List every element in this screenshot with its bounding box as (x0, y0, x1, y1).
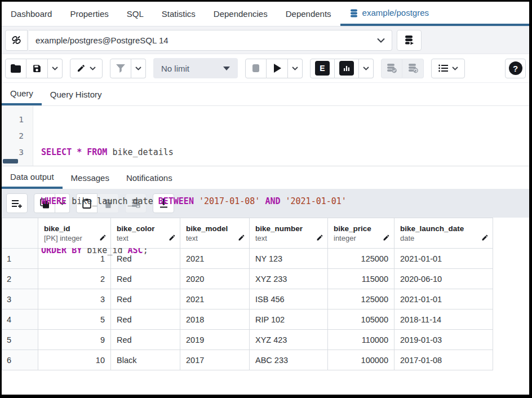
data-output-grid: bike_id [PK] integer bike_color text bik… (2, 218, 529, 395)
cell-bike-model[interactable]: 2017 (180, 350, 250, 370)
active-tab-label: example/postgres (362, 8, 429, 17)
table-row: 6 10 Black 2017 ABC 233 100000 2017-01-0… (2, 350, 493, 370)
cell-bike-launch-date[interactable]: 2017-01-08 (394, 350, 493, 370)
row-limit-select[interactable]: No limit (153, 58, 238, 78)
line-number: 1 (2, 112, 33, 128)
stop-icon (252, 64, 260, 73)
column-header-bike-model[interactable]: bike_model text (180, 218, 250, 249)
cell-bike-color[interactable]: Red (111, 309, 180, 330)
edit-dropdown[interactable] (70, 59, 103, 78)
editor-tab-bar: Query Query History (2, 83, 529, 106)
row-number-cell[interactable]: 4 (2, 309, 38, 330)
open-file-button[interactable] (5, 59, 26, 78)
explain-icon: E (315, 61, 330, 76)
sql-line-1: SELECT * FROM bike_details (41, 144, 347, 161)
chevron-down-icon (292, 67, 298, 70)
cell-bike-id[interactable]: 9 (38, 330, 111, 350)
tab-dashboard[interactable]: Dashboard (2, 2, 61, 26)
edit-pencil-icon (77, 64, 86, 73)
sql-code[interactable]: SELECT * FROM bike_details WHERE bike_la… (33, 106, 347, 166)
cell-bike-model[interactable]: 2018 (180, 309, 250, 330)
tab-dependencies[interactable]: Dependencies (205, 2, 277, 26)
tab-statistics[interactable]: Statistics (153, 2, 205, 26)
cell-bike-launch-date[interactable]: 2018-11-14 (394, 309, 493, 330)
database-icon (349, 8, 358, 17)
filter-options-dropdown[interactable] (131, 59, 146, 78)
cell-bike-color[interactable]: Black (111, 350, 180, 370)
cell-bike-number[interactable]: RIP 102 (250, 309, 328, 330)
row-number-cell[interactable]: 1 (2, 249, 38, 269)
explain-options-dropdown[interactable] (359, 59, 374, 78)
cell-bike-launch-date[interactable]: 2020-06-10 (394, 269, 493, 289)
help-button[interactable]: ? (505, 59, 526, 78)
cell-bike-launch-date[interactable]: 2019-01-03 (394, 330, 493, 350)
connection-select[interactable]: example/postgres@PostgreSQL 14 (29, 30, 392, 51)
column-header-bike-price[interactable]: bike_price integer (328, 218, 394, 249)
cell-bike-model[interactable]: 2021 (180, 289, 250, 309)
tab-properties[interactable]: Properties (61, 2, 117, 26)
execute-options-dropdown[interactable] (288, 59, 303, 78)
select-all-corner-cell[interactable] (2, 218, 38, 249)
connection-status-button[interactable] (5, 30, 28, 51)
edit-pencil-icon (316, 234, 323, 241)
line-number: 2 (2, 128, 33, 144)
cell-bike-model[interactable]: 2019 (180, 330, 250, 350)
row-number-cell[interactable]: 5 (2, 330, 38, 350)
save-file-button[interactable] (26, 59, 48, 78)
column-header-bike-launch-date[interactable]: bike_launch_date date (394, 218, 493, 249)
cell-bike-color[interactable]: Red (111, 289, 180, 309)
cell-bike-number[interactable]: XYZ 423 (250, 330, 328, 350)
sql-line-2: WHERE bike_launch_date BETWEEN '2017-01-… (41, 193, 347, 210)
row-number-cell[interactable]: 6 (2, 350, 38, 370)
cell-bike-id[interactable]: 10 (38, 350, 111, 370)
save-icon (32, 64, 42, 73)
add-row-button[interactable] (6, 193, 28, 213)
tab-dependents[interactable]: Dependents (277, 2, 340, 26)
explain-button[interactable]: E (310, 59, 335, 78)
commit-icon (386, 63, 397, 73)
folder-open-icon (11, 64, 21, 73)
cell-bike-number[interactable]: ABC 233 (250, 350, 328, 370)
add-row-icon (12, 199, 23, 208)
cell-bike-id[interactable]: 5 (38, 309, 111, 330)
cell-bike-price[interactable]: 105000 (328, 309, 394, 330)
help-icon: ? (509, 61, 522, 75)
editor-horizontal-scrollbar-thumb[interactable] (3, 159, 18, 163)
new-connection-button[interactable] (397, 30, 422, 51)
table-row: 3 3 Red 2021 ISB 456 125000 2021-01-01 (2, 289, 493, 309)
cell-bike-launch-date[interactable]: 2021-01-01 (394, 289, 493, 309)
cell-bike-price[interactable]: 100000 (328, 350, 394, 370)
filter-button[interactable] (110, 59, 131, 78)
line-number-gutter: 1 2 3 (2, 106, 33, 166)
tab-sql[interactable]: SQL (118, 2, 153, 26)
commit-button[interactable] (381, 59, 402, 78)
cell-bike-number[interactable]: ISB 456 (250, 289, 328, 309)
macros-dropdown[interactable] (431, 59, 465, 78)
play-icon (273, 64, 281, 73)
cell-bike-color[interactable]: Red (111, 330, 180, 350)
cell-bike-price[interactable]: 110000 (328, 330, 394, 350)
cell-bike-price[interactable]: 125000 (328, 289, 394, 309)
edit-pencil-icon (99, 234, 107, 241)
cell-bike-launch-date[interactable]: 2021-01-01 (394, 249, 493, 269)
column-header-bike-color[interactable]: bike_color text (111, 218, 180, 249)
row-number-cell[interactable]: 3 (2, 289, 38, 309)
tab-query-history[interactable]: Query History (42, 83, 110, 105)
explain-analyze-button[interactable] (335, 59, 359, 78)
column-header-bike-id[interactable]: bike_id [PK] integer (38, 218, 111, 249)
save-options-dropdown[interactable] (48, 59, 63, 78)
chevron-down-icon (52, 67, 58, 70)
chevron-down-icon (363, 67, 369, 70)
column-header-bike-number[interactable]: bike_number text (250, 218, 328, 249)
browser-tab-bar: Dashboard Properties SQL Statistics Depe… (2, 2, 529, 26)
tab-query[interactable]: Query (2, 83, 42, 105)
cell-bike-id[interactable]: 3 (38, 289, 111, 309)
tab-query-tool-active[interactable]: example/postgres (340, 2, 529, 26)
execute-query-button[interactable] (267, 59, 288, 78)
rollback-button[interactable] (402, 59, 424, 78)
row-number-cell[interactable]: 2 (2, 269, 38, 289)
sql-editor[interactable]: 1 2 3 SELECT * FROM bike_details WHERE b… (2, 106, 529, 166)
cancel-query-button[interactable] (245, 59, 267, 78)
explain-analyze-chart-icon (339, 61, 354, 76)
chevron-down-icon (135, 67, 141, 70)
